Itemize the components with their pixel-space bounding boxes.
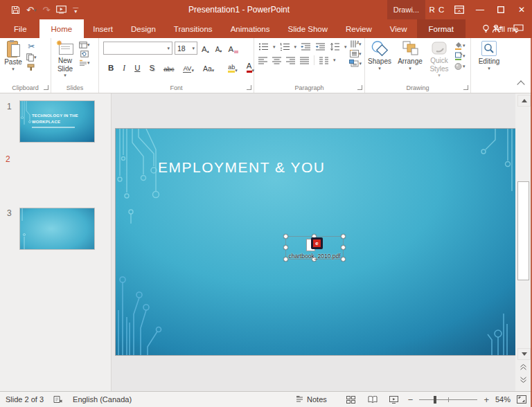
drawing-dialog-launcher[interactable] (463, 85, 468, 90)
decrease-font-size-button[interactable]: A▾ (213, 42, 224, 55)
zoom-slider-thumb[interactable] (434, 396, 436, 404)
slide-1-number: 1 (7, 102, 12, 111)
tab-review[interactable]: Review (337, 19, 381, 38)
tab-file[interactable]: File (4, 19, 37, 38)
text-direction-button[interactable]: A▾ (349, 40, 362, 48)
slide-indicator[interactable]: Slide 2 of 3 (6, 395, 44, 404)
character-spacing-button[interactable]: AV▾ (181, 64, 195, 74)
line-spacing-button[interactable] (330, 42, 340, 51)
current-slide[interactable]: EMPLOYMENT & YOU e chartbook_2010.pdf (115, 128, 516, 356)
bullets-button[interactable] (258, 42, 269, 51)
reset-button[interactable] (79, 51, 90, 57)
account-initials[interactable]: R C (425, 0, 449, 19)
maximize-button[interactable] (490, 0, 511, 19)
paragraph-dialog-launcher[interactable] (357, 85, 362, 90)
tab-animations[interactable]: Animations (222, 19, 279, 38)
shape-fill-button[interactable]: ▾ (454, 42, 466, 50)
slide-title[interactable]: EMPLOYMENT & YOU (158, 159, 325, 176)
share-icon[interactable] (492, 24, 502, 33)
decrease-indent-button[interactable] (301, 42, 311, 51)
resize-handle-w[interactable] (283, 245, 288, 250)
spell-check-icon[interactable] (53, 395, 63, 404)
slide-1-thumbnail[interactable]: TECHNOLOGY IN THE WORKPLACE (19, 100, 95, 143)
new-slide-button[interactable]: ✸ New Slide▾ (51, 40, 79, 78)
reading-view-button[interactable] (365, 393, 380, 406)
font-name-combo[interactable]: ▾ (103, 42, 172, 55)
layout-button[interactable]: ▾ (79, 42, 90, 48)
tab-transitions[interactable]: Transitions (165, 19, 222, 38)
align-text-button[interactable]: ▾ (349, 50, 362, 57)
paste-button[interactable]: Paste▾ (1, 40, 25, 71)
slide-show-button[interactable] (387, 393, 402, 406)
next-slide-icon[interactable] (517, 374, 529, 385)
align-right-button[interactable] (286, 57, 295, 64)
zoom-level[interactable]: 54% (495, 395, 511, 404)
shape-outline-button[interactable]: ▾ (454, 52, 466, 60)
strikethrough-button[interactable]: abc (161, 64, 176, 74)
customize-qat-icon[interactable]: ―▾ (73, 6, 78, 15)
shape-effects-button[interactable]: ▾ (454, 62, 466, 71)
convert-smartart-button[interactable]: ▾ (349, 60, 362, 67)
tab-view[interactable]: View (381, 19, 416, 38)
increase-indent-button[interactable] (315, 42, 326, 51)
start-from-beginning-icon[interactable] (56, 6, 66, 14)
embedded-pdf-object-selected[interactable]: e chartbook_2010.pdf (283, 234, 346, 262)
underline-button[interactable]: U (132, 63, 142, 74)
tab-insert[interactable]: Insert (84, 19, 122, 38)
clear-formatting-button[interactable]: A (226, 42, 240, 55)
tab-design[interactable]: Design (122, 19, 165, 38)
section-button[interactable]: ▾ (79, 60, 90, 66)
tab-format[interactable]: Format (417, 19, 466, 38)
contextual-tab-group-label[interactable]: Drawi... (387, 0, 425, 19)
copy-button[interactable]: ▾ (26, 53, 37, 62)
close-button[interactable]: ✕ (511, 0, 532, 19)
numbering-button[interactable] (280, 42, 290, 51)
notes-button[interactable]: Notes (296, 395, 327, 404)
increase-font-size-button[interactable]: A▴ (200, 42, 211, 55)
tab-home[interactable]: Home (39, 19, 85, 38)
minimize-button[interactable]: — (470, 0, 490, 19)
zoom-in-button[interactable]: + (484, 395, 489, 405)
scroll-up-icon[interactable] (517, 95, 531, 107)
resize-handle-ne[interactable] (341, 234, 346, 239)
arrange-button[interactable]: Arrange▾ (394, 40, 426, 78)
comments-icon[interactable] (513, 24, 524, 33)
shapes-button[interactable]: Shapes▾ (365, 40, 394, 78)
font-dialog-launcher[interactable] (247, 85, 251, 90)
scrollbar-thumb[interactable] (517, 181, 529, 280)
acrobat-logo: e (313, 239, 321, 247)
zoom-out-button[interactable]: − (408, 395, 414, 405)
undo-dropdown-icon[interactable]: ▾ (34, 8, 37, 12)
undo-button[interactable]: ↶▾ (26, 6, 36, 15)
fit-slide-to-window-icon[interactable] (517, 395, 526, 404)
columns-button[interactable] (319, 57, 328, 64)
editing-button[interactable]: Editing▾ (471, 41, 507, 71)
justify-button[interactable] (300, 57, 309, 64)
powerpoint-window: ↶▾ ↷ ―▾ Presentation1 - PowerPoint Drawi… (0, 0, 532, 407)
resize-handle-e[interactable] (341, 245, 346, 250)
previous-slide-icon[interactable] (517, 362, 529, 372)
save-icon[interactable] (11, 6, 20, 15)
text-highlight-button[interactable]: ab▾ (226, 63, 240, 74)
zoom-slider[interactable] (419, 395, 477, 404)
copy-icon (26, 53, 34, 62)
cut-button[interactable]: ✂ (26, 42, 37, 51)
tab-slide-show[interactable]: Slide Show (279, 19, 337, 38)
format-painter-button[interactable] (26, 64, 37, 71)
text-shadow-button[interactable]: S (147, 63, 157, 74)
language-indicator[interactable]: English (Canada) (73, 395, 132, 404)
align-center-button[interactable] (272, 57, 281, 64)
ribbon-display-options-icon[interactable] (449, 0, 470, 19)
bold-button[interactable]: B (106, 63, 116, 74)
slide-3-thumbnail[interactable] (19, 208, 95, 250)
resize-handle-nw[interactable] (283, 234, 288, 239)
align-left-button[interactable] (258, 57, 267, 64)
scroll-down-icon[interactable] (517, 348, 531, 360)
font-size-combo[interactable]: 18▾ (175, 42, 197, 55)
clipboard-dialog-launcher[interactable] (44, 85, 48, 90)
slide-sorter-view-button[interactable] (344, 393, 359, 406)
vertical-scrollbar (515, 93, 532, 391)
collapse-ribbon-icon[interactable] (517, 80, 524, 88)
italic-button[interactable]: I (121, 63, 127, 74)
change-case-button[interactable]: Aa▾ (201, 64, 216, 74)
